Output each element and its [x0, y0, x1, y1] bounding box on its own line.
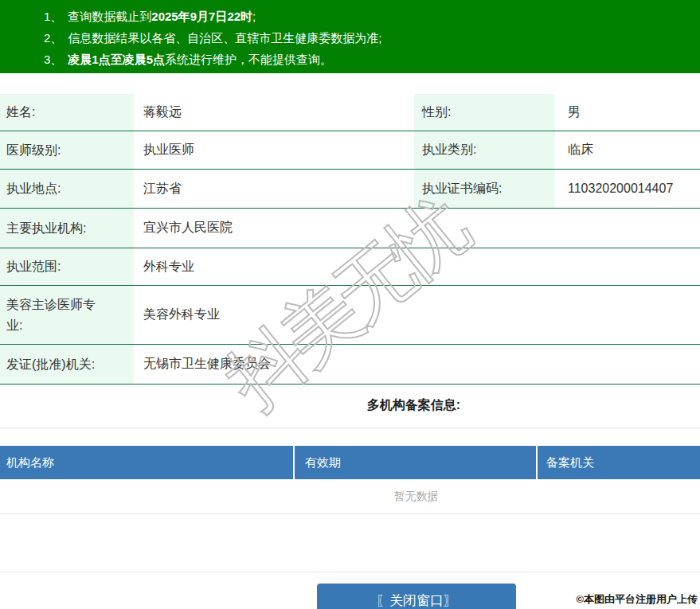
copyright-stamp-text: ©本图由平台注册用户上传 [576, 592, 698, 607]
notice-number: 1、 [44, 6, 62, 27]
table-row: 姓名: 蒋毅远 性别: 男 [0, 94, 700, 131]
notice-item-2: 2、信息数据结果以各省、自治区、直辖市卫生健康委数据为准; [0, 27, 700, 49]
query-result-page: 1、查询数据截止到2025年9月7日22时; 2、信息数据结果以各省、自治区、直… [0, 0, 700, 609]
field-certificate-number-value: 110320200014407 [555, 170, 700, 208]
field-issuing-authority-value: 无锡市卫生健康委员会 [134, 345, 700, 384]
notice-item-3: 3、凌晨1点至凌晨5点系统进行维护，不能提供查询。 [0, 49, 700, 70]
field-name-label: 姓名: [0, 94, 134, 131]
field-primary-org-value: 宜兴市人民医院 [134, 209, 700, 248]
close-window-button[interactable]: 〖关闭窗口〗 [317, 584, 516, 609]
table-row: 发证(批准)机关: 无锡市卫生健康委员会 [0, 345, 700, 385]
field-gender-value: 男 [555, 94, 700, 131]
org-table-header: 机构名称 有效期 备案机关 [0, 446, 700, 479]
notice-item-1: 1、查询数据截止到2025年9月7日22时; [0, 6, 700, 27]
field-practice-location-label: 执业地点: [0, 170, 134, 208]
field-practice-category-label: 执业类别: [414, 131, 555, 169]
header-cell-org-name: 机构名称 [0, 446, 295, 479]
table-row: 执业地点: 江苏省 执业证书编码: 110320200014407 [0, 170, 700, 209]
field-practice-scope-label: 执业范围: [0, 248, 134, 285]
field-primary-org-label: 主要执业机构: [0, 209, 134, 248]
notice-text: 查询数据截止到2025年9月7日22时; [68, 10, 256, 23]
header-cell-validity: 有效期 [295, 446, 538, 479]
table-row: 主要执业机构: 宜兴市人民医院 [0, 209, 700, 248]
field-certificate-number-label: 执业证书编码: [414, 170, 555, 208]
table-row: 美容主诊医师专业: 美容外科专业 [0, 286, 700, 345]
field-practice-scope-value: 外科专业 [134, 248, 700, 285]
field-doctor-level-label: 医师级别: [0, 131, 134, 169]
field-cosmetic-specialty-value: 美容外科专业 [134, 286, 700, 344]
field-doctor-level-value: 执业医师 [134, 131, 414, 169]
field-practice-location-value: 江苏省 [134, 170, 414, 208]
notice-number: 3、 [44, 49, 62, 70]
field-gender-label: 性别: [414, 94, 555, 131]
table-row: 医师级别: 执业医师 执业类别: 临床 [0, 131, 700, 170]
notice-text: 凌晨1点至凌晨5点系统进行维护，不能提供查询。 [68, 53, 332, 66]
field-issuing-authority-label: 发证(批准)机关: [0, 345, 134, 384]
field-cosmetic-specialty-label: 美容主诊医师专业: [0, 286, 134, 344]
table-row: 执业范围: 外科专业 [0, 248, 700, 286]
header-cell-filing-authority: 备案机关 [538, 446, 700, 479]
notice-number: 2、 [44, 27, 62, 49]
field-name-value: 蒋毅远 [134, 94, 414, 131]
multi-org-section-title: 多机构备案信息: [0, 385, 700, 428]
practitioner-info-table: 姓名: 蒋毅远 性别: 男 医师级别: 执业医师 执业类别: 临床 执业地点: … [0, 94, 700, 385]
notice-banner: 1、查询数据截止到2025年9月7日22时; 2、信息数据结果以各省、自治区、直… [0, 0, 700, 73]
field-practice-category-value: 临床 [555, 131, 700, 169]
empty-data-text: 暂无数据 [0, 479, 700, 514]
notice-text: 信息数据结果以各省、自治区、直辖市卫生健康委数据为准; [68, 31, 381, 45]
lower-divider [0, 514, 700, 572]
